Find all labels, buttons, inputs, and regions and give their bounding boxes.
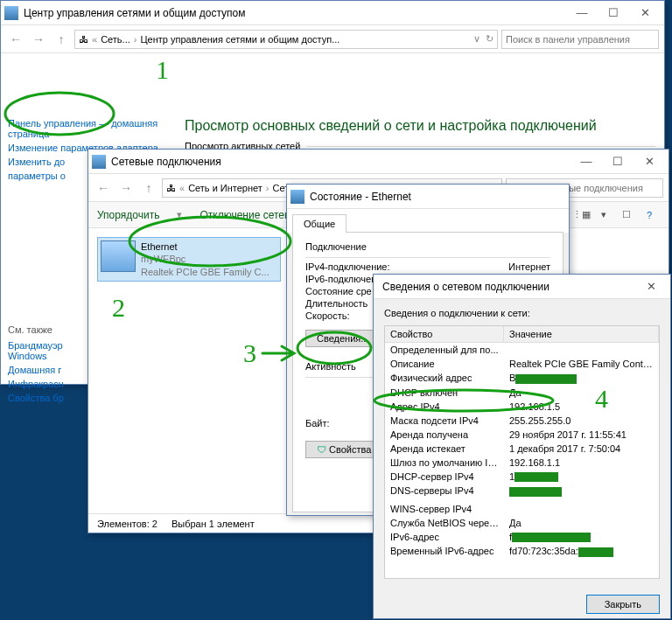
app-icon <box>92 155 106 169</box>
breadcrumb-seg[interactable]: Сеть и Интернет <box>188 183 262 193</box>
ipv4-conn-value: Интернет <box>508 261 550 272</box>
path-icon: 🖧 <box>79 34 88 45</box>
view-menu-icon[interactable]: ⋮▦ <box>570 206 592 225</box>
prop-key: DHCP включен <box>385 386 504 400</box>
prop-value: f <box>504 530 659 545</box>
prop-value: Да <box>504 516 659 530</box>
prop-key: Определенный для по... <box>385 343 504 357</box>
prop-key: Аренда получена <box>385 428 504 442</box>
selection-count: Выбран 1 элемент <box>172 519 255 529</box>
prop-value: 192.168.1.1 <box>504 456 659 470</box>
prop-value <box>504 502 659 516</box>
table-row: Физический адресB <box>385 371 659 386</box>
close-button[interactable]: ✕ <box>634 150 665 173</box>
forward-button[interactable]: → <box>29 30 48 49</box>
properties-button[interactable]: 🛡 Свойства <box>305 441 382 458</box>
table-row: Аренда получена29 ноября 2017 г. 11:55:4… <box>385 428 659 442</box>
up-button[interactable]: ↑ <box>52 30 71 49</box>
window-title: Сведения о сетевом подключении <box>377 281 635 293</box>
window-title: Сетевые подключения <box>111 156 570 168</box>
adapter-icon <box>101 240 136 272</box>
prop-key: Временный IPv6-адрес <box>385 544 504 559</box>
prop-key: Маска подсети IPv4 <box>385 414 504 428</box>
prop-value: Да <box>504 386 659 400</box>
table-row: IPv6-адресf <box>385 530 659 545</box>
titlebar: Состояние - Ethernet <box>287 185 569 209</box>
prop-key: Описание <box>385 357 504 371</box>
table-row: DHCP-сервер IPv41 <box>385 470 659 484</box>
table-row: Маска подсети IPv4255.255.255.0 <box>385 414 659 428</box>
view-menu-arrow[interactable]: ▾ <box>593 206 614 225</box>
tab-strip: Общие <box>287 209 569 233</box>
organize-menu[interactable]: Упорядочить <box>97 209 159 221</box>
breadcrumb-seg[interactable]: Сеть... <box>101 34 130 45</box>
up-button[interactable]: ↑ <box>139 178 158 198</box>
close-button[interactable]: ✕ <box>635 275 667 298</box>
details-hint: Сведения о подключении к сети: <box>384 308 660 318</box>
toolbar: ← → ↑ 🖧 « Сеть... › Центр управления сет… <box>1 25 664 53</box>
window-title: Центр управления сетями и общим доступом <box>24 7 566 19</box>
prop-key: DNS-серверы IPv4 <box>385 484 504 498</box>
prop-value <box>504 343 659 357</box>
link-cp-home[interactable]: Панель управления — домашняя страница <box>8 118 165 139</box>
path-icon: 🖧 <box>166 183 176 193</box>
search-input[interactable] <box>506 34 654 45</box>
tab-general[interactable]: Общие <box>292 214 346 233</box>
close-details-button[interactable]: Закрыть <box>586 595 660 614</box>
adapter-ethernet[interactable]: Ethernet myWEBpc Realtek PCIe GBE Family… <box>97 237 281 282</box>
prop-value: 192.168.1.5 <box>504 400 659 414</box>
prop-value: 1 декабря 2017 г. 7:50:04 <box>504 442 659 456</box>
forward-button[interactable]: → <box>116 178 136 198</box>
table-row: Адрес IPv4192.168.1.5 <box>385 400 659 414</box>
table-row: DHCP включенДа <box>385 386 659 400</box>
prop-key: WINS-сервер IPv4 <box>385 502 504 516</box>
prop-key: Физический адрес <box>385 371 504 386</box>
maximize-button[interactable]: ☐ <box>598 2 629 24</box>
preview-pane-icon[interactable]: ☐ <box>616 206 637 225</box>
table-row: WINS-сервер IPv4 <box>385 502 659 516</box>
table-row: DNS-серверы IPv4 <box>385 484 659 498</box>
item-count: Элементов: 2 <box>97 519 158 529</box>
adapter-name: Ethernet <box>141 240 270 253</box>
close-button[interactable]: ✕ <box>629 2 661 24</box>
prop-value <box>504 484 659 498</box>
col-value[interactable]: Значение <box>504 326 659 342</box>
table-row: Шлюз по умолчанию IP...192.168.1.1 <box>385 456 659 470</box>
prop-value: B <box>504 371 659 386</box>
disable-device-cmd[interactable]: Отключение сетевог <box>200 209 299 221</box>
prop-key: Служба NetBIOS через... <box>385 516 504 530</box>
properties-table: Свойство Значение Определенный для по...… <box>384 325 660 579</box>
connection-group-label: Подключение <box>305 241 550 252</box>
prop-value: Realtek PCIe GBE Family Controller <box>504 357 659 371</box>
prop-key: Шлюз по умолчанию IP... <box>385 456 504 470</box>
prop-key: Адрес IPv4 <box>385 400 504 414</box>
titlebar: Сетевые подключения — ☐ ✕ <box>88 150 668 174</box>
table-row: Служба NetBIOS через...Да <box>385 516 659 530</box>
adapter-device: Realtek PCIe GBE Family C... <box>141 266 270 278</box>
adapter-network: myWEBpc <box>141 253 270 265</box>
prop-key: DHCP-сервер IPv4 <box>385 470 504 484</box>
minimize-button[interactable]: — <box>570 150 602 173</box>
search-box[interactable] <box>501 30 659 49</box>
back-button[interactable]: ← <box>94 178 113 198</box>
table-row: Временный IPv6-адресfd70:723c:35da: <box>385 544 659 559</box>
table-row: ОписаниеRealtek PCIe GBE Family Controll… <box>385 357 659 371</box>
help-icon[interactable]: ? <box>639 206 660 225</box>
back-button[interactable]: ← <box>6 30 25 49</box>
prop-key: Аренда истекает <box>385 442 504 456</box>
bytes-label: Байт: <box>305 418 330 428</box>
prop-key: IPv6-адрес <box>385 530 504 545</box>
address-bar[interactable]: 🖧 « Сеть... › Центр управления сетями и … <box>74 30 498 49</box>
media-state-label: Состояние сре <box>305 286 372 296</box>
minimize-button[interactable]: — <box>566 2 598 24</box>
titlebar: Центр управления сетями и общим доступом… <box>1 1 664 25</box>
maximize-button[interactable]: ☐ <box>602 150 634 173</box>
details-button[interactable]: Сведения... <box>305 330 380 347</box>
breadcrumb-seg[interactable]: Центр управления сетями и общим доступ..… <box>140 34 340 45</box>
speed-label: Скорость: <box>305 310 350 321</box>
connection-details-window: Сведения о сетевом подключении ✕ Сведени… <box>373 274 671 619</box>
col-property[interactable]: Свойство <box>385 326 504 342</box>
duration-label: Длительность <box>305 298 368 309</box>
ipv4-conn-label: IPv4-подключение: <box>305 261 390 272</box>
titlebar: Сведения о сетевом подключении ✕ <box>374 275 670 299</box>
